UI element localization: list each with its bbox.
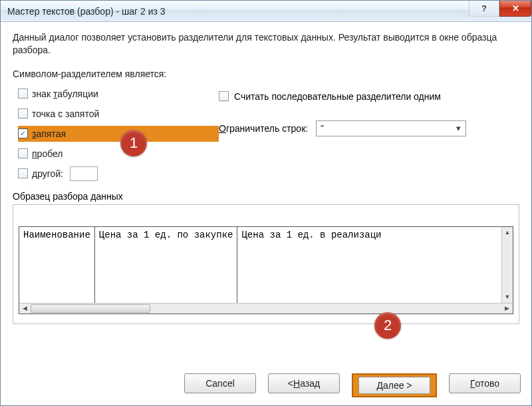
preview-label: Образец разбора данных bbox=[13, 191, 519, 202]
preview-column-header: Цена за 1 ед. по закупке bbox=[95, 227, 238, 313]
select-value: " bbox=[321, 123, 324, 133]
consecutive-delimiters-checkbox[interactable]: Считать последовательные разделители одн… bbox=[219, 91, 519, 102]
scroll-down-icon: ▼ bbox=[502, 292, 513, 303]
annotation-callout-2: 2 bbox=[374, 312, 401, 339]
dialog-button-row: Cancel < Назад Далее > Готово bbox=[1, 367, 531, 405]
checkbox-icon bbox=[219, 91, 229, 101]
checkbox-icon bbox=[18, 89, 28, 99]
checkbox-label: пробел bbox=[32, 148, 63, 159]
delimiter-group-label: Символом-разделителем является: bbox=[13, 69, 219, 79]
checkbox-label: знак табуляции bbox=[32, 89, 98, 99]
delimiter-tab-checkbox[interactable]: знак табуляции bbox=[18, 86, 219, 102]
finish-button[interactable]: Готово bbox=[449, 373, 521, 393]
delimiter-other-input[interactable] bbox=[70, 166, 98, 181]
preview-column-header: Цена за 1 ед. в реализаци bbox=[237, 227, 385, 313]
delimiter-other-checkbox[interactable]: другой: bbox=[18, 166, 219, 182]
titlebar: Мастер текстов (разбор) - шаг 2 из 3 ? ✕ bbox=[1, 1, 531, 22]
text-import-wizard-dialog: Мастер текстов (разбор) - шаг 2 из 3 ? ✕… bbox=[0, 0, 532, 406]
window-title: Мастер текстов (разбор) - шаг 2 из 3 bbox=[7, 6, 166, 17]
delimiter-comma-checkbox[interactable]: ✓ запятая bbox=[18, 126, 219, 142]
checkbox-icon bbox=[18, 168, 28, 178]
cancel-button[interactable]: Cancel bbox=[184, 373, 256, 393]
scroll-up-icon: ▲ bbox=[502, 227, 513, 238]
checkbox-label: другой: bbox=[32, 168, 63, 179]
back-button[interactable]: < Назад bbox=[268, 373, 340, 393]
horizontal-scrollbar[interactable]: ◀ ▶ bbox=[19, 303, 513, 313]
checkbox-icon bbox=[18, 148, 28, 158]
chevron-down-icon: ▾ bbox=[452, 122, 464, 134]
scroll-left-icon: ◀ bbox=[19, 304, 31, 313]
annotation-callout-1: 1 bbox=[120, 130, 147, 156]
preview-frame: Наименование Цена за 1 ед. по закупке Це… bbox=[13, 204, 519, 324]
delimiter-semicolon-checkbox[interactable]: точка с запятой bbox=[18, 106, 219, 122]
preview-column-header: Наименование bbox=[19, 227, 95, 313]
help-icon: ? bbox=[481, 3, 487, 13]
scroll-right-icon: ▶ bbox=[501, 304, 513, 313]
scroll-thumb[interactable] bbox=[31, 304, 150, 313]
checkbox-icon: ✓ bbox=[18, 128, 28, 138]
checkbox-label: точка с запятой bbox=[32, 108, 99, 119]
preview-table: Наименование Цена за 1 ед. по закупке Це… bbox=[19, 226, 513, 314]
dialog-description: Данный диалог позволяет установить разде… bbox=[13, 31, 519, 57]
text-qualifier-select[interactable]: " ▾ bbox=[316, 120, 466, 136]
checkbox-label: Считать последовательные разделители одн… bbox=[234, 91, 441, 102]
close-button[interactable]: ✕ bbox=[499, 1, 531, 17]
checkbox-icon bbox=[18, 108, 28, 118]
checkbox-label: запятая bbox=[32, 128, 66, 139]
help-button[interactable]: ? bbox=[469, 1, 499, 17]
next-button[interactable]: Далее > bbox=[352, 373, 437, 397]
delimiter-group: Символом-разделителем является: знак таб… bbox=[13, 69, 219, 182]
vertical-scrollbar[interactable]: ▲ ▼ bbox=[501, 227, 513, 303]
delimiter-space-checkbox[interactable]: пробел bbox=[18, 146, 219, 162]
close-icon: ✕ bbox=[512, 3, 519, 13]
text-qualifier-label: Ограничитель строк: bbox=[219, 123, 308, 134]
